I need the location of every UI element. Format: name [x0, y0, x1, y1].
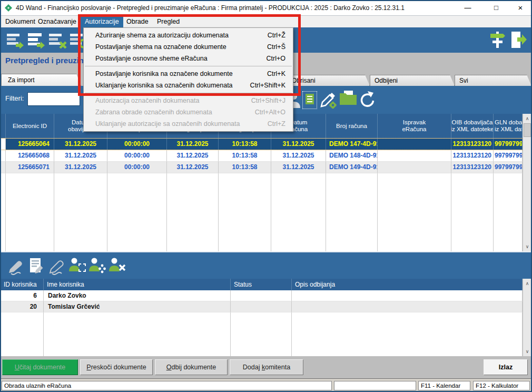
- cell: 125665068: [6, 150, 54, 162]
- users-table-header: ID korisnika Ime korisnika Status Opis o…: [1, 279, 523, 290]
- sign-document-icon[interactable]: [29, 258, 45, 275]
- cell: 9979979979: [494, 139, 523, 150]
- users-table-scrollbar[interactable]: ∧ ∨: [523, 279, 531, 356]
- cell: 12313123120: [451, 139, 494, 150]
- column-header[interactable]: GLN dobavljačaiz XML datoteke: [494, 114, 523, 138]
- shortcut: Ctrl+Shift+J: [251, 97, 285, 104]
- column-header[interactable]: Broj računa: [326, 114, 378, 138]
- close-button[interactable]: ×: [509, 0, 532, 16]
- menu-item-disabled: Autorizacija označenih dokumenataCtrl+Sh…: [84, 95, 293, 106]
- user-select-icon[interactable]: [68, 258, 86, 273]
- edit-settings-icon[interactable]: [319, 90, 338, 110]
- cell: 12313123120: [451, 162, 494, 173]
- status-f12-kalkulator[interactable]: F12 - Kalkulator: [473, 381, 530, 390]
- table-row[interactable]: 125665064 31.12.2025 00:00:00 31.12.2025…: [1, 138, 523, 150]
- exit-icon[interactable]: [509, 31, 527, 50]
- cell: 31.12.2025: [167, 162, 219, 173]
- app-window: 4D Wand - Financijsko poslovanje - Pretp…: [0, 0, 532, 392]
- cell: 9979979979: [494, 150, 523, 162]
- cell: [378, 139, 451, 150]
- status-secondary: [334, 381, 416, 390]
- cell: 00:00:00: [107, 139, 167, 150]
- column-header[interactable]: Electronic ID: [6, 114, 54, 138]
- table-row[interactable]: 20 Tomislav Grčević: [1, 301, 523, 312]
- import-all-list-icon[interactable]: [27, 32, 45, 48]
- unsign-pen-icon[interactable]: [48, 258, 67, 275]
- user-assign-icon[interactable]: [88, 258, 106, 273]
- documents-table: Electronic ID Datumobavijesti Vrijemeoba…: [1, 114, 531, 251]
- scroll-down-icon[interactable]: ∨: [523, 242, 531, 251]
- cell: 10:13:58: [219, 150, 271, 162]
- column-header[interactable]: [1, 114, 6, 138]
- titlebar: 4D Wand - Financijsko poslovanje - Pretp…: [0, 0, 532, 16]
- cell: DEMO 148-4D-91: [326, 150, 378, 162]
- user-remove-icon[interactable]: [109, 258, 126, 273]
- scroll-thumb[interactable]: [524, 123, 531, 137]
- column-header[interactable]: IspravakeRačuna: [378, 114, 451, 138]
- cell: [231, 301, 292, 312]
- signpost-icon[interactable]: [489, 31, 506, 50]
- cell: [378, 150, 451, 162]
- table-row[interactable]: 125665071 31.12.2025 00:00:00 31.12.2025…: [1, 162, 523, 173]
- users-toolbar: [0, 251, 532, 279]
- cell: DEMO 147-4D-91: [326, 139, 378, 150]
- status-f11-kalendar[interactable]: F11 - Kalendar: [418, 381, 470, 390]
- cell: [292, 301, 523, 312]
- cell: 31.12.2025: [167, 139, 219, 150]
- cell: 00:00:00: [107, 150, 167, 162]
- app-icon: [4, 4, 13, 12]
- menu-item-disabled: Zabrana obrade označenih dokumenataCtrl+…: [84, 106, 293, 118]
- add-client-button[interactable]: Dodaj komitenta: [230, 359, 303, 375]
- column-header[interactable]: ID korisnika: [1, 279, 44, 290]
- table-row[interactable]: 125665068 31.12.2025 00:00:00 31.12.2025…: [1, 150, 523, 162]
- status-message: Obrada ulaznih eRačuna: [2, 381, 332, 390]
- menu-item-disabled: Uklanjanje autorizacije sa označenih dok…: [84, 118, 293, 130]
- column-header[interactable]: Ime korisnika: [44, 279, 231, 290]
- maximize-button[interactable]: □: [485, 0, 508, 16]
- table-filler: [1, 312, 523, 356]
- clear-list-icon[interactable]: [48, 32, 67, 48]
- folder-icon[interactable]: [339, 90, 357, 106]
- cell: [378, 162, 451, 173]
- documents-table-scrollbar[interactable]: ∧ ∨: [523, 114, 531, 251]
- window-border: [0, 0, 532, 1]
- minimize-button[interactable]: —: [456, 0, 479, 16]
- import-list-icon[interactable]: [6, 32, 24, 48]
- column-header[interactable]: Status: [231, 279, 292, 290]
- tab-odbijeni[interactable]: Odbijeni: [370, 75, 455, 86]
- document-list-glyph: [306, 94, 314, 104]
- reject-documents-button[interactable]: Odbij dokumente: [155, 359, 228, 375]
- menu-oznacavanje[interactable]: Označavanje: [34, 16, 81, 27]
- shortcut: Ctrl+Z: [268, 120, 285, 128]
- cell: 31.12.2025: [271, 162, 326, 173]
- cell: Darko Zovko: [44, 290, 231, 301]
- exit-button[interactable]: Izlaz: [484, 359, 528, 375]
- column-header[interactable]: Opis odbijanja: [292, 279, 523, 290]
- scroll-up-icon[interactable]: ∧: [523, 114, 531, 123]
- cell: 20: [1, 301, 44, 312]
- table-row[interactable]: 6 Darko Zovko: [1, 290, 523, 301]
- column-header[interactable]: OIB dobavljačaiz XML datoteke: [451, 114, 494, 138]
- cell: 31.12.2025: [54, 139, 107, 150]
- filter-input[interactable]: [27, 92, 80, 106]
- tab-za-import[interactable]: Za import: [1, 74, 81, 86]
- cell: [231, 290, 292, 301]
- tab-svi[interactable]: Svi: [455, 75, 531, 86]
- load-documents-button[interactable]: Učitaj dokumente: [2, 359, 78, 375]
- cell: 31.12.2025: [54, 150, 107, 162]
- scroll-up-icon[interactable]: ∧: [523, 279, 531, 288]
- cell: 31.12.2025: [54, 162, 107, 173]
- window-border: [0, 0, 1, 392]
- cell: 10:13:58: [219, 162, 271, 173]
- cell: [292, 290, 523, 301]
- document-list-icon[interactable]: [302, 91, 317, 109]
- shortcut: Ctrl+Alt+O: [255, 109, 285, 116]
- scroll-down-icon[interactable]: ∨: [523, 347, 531, 356]
- highlight-rectangle: [78, 14, 301, 96]
- sign-pen-icon[interactable]: [7, 258, 26, 275]
- skip-documents-button[interactable]: Preskoči dokumente: [80, 359, 153, 375]
- cell: DEMO 149-4D-91: [326, 162, 378, 173]
- cell: 125665064: [6, 139, 54, 150]
- table-filler: [1, 173, 523, 251]
- undo-refresh-icon[interactable]: [358, 90, 375, 108]
